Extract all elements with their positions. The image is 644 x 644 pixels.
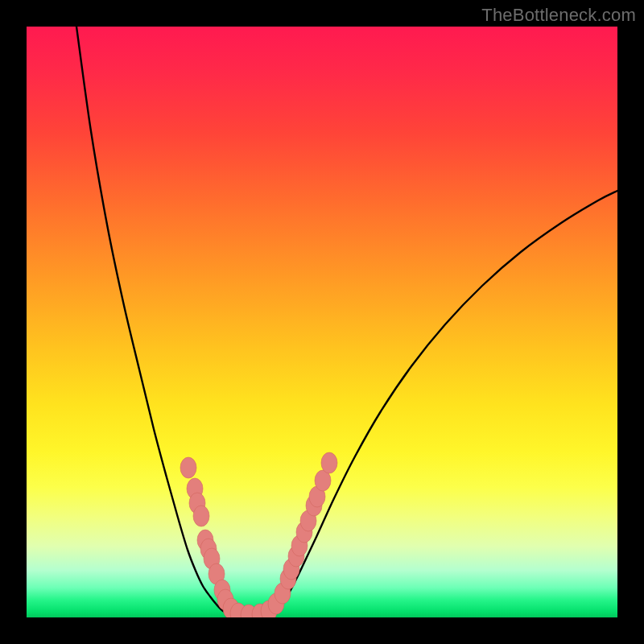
chart-frame: TheBottleneck.com bbox=[0, 0, 644, 644]
plot-background bbox=[27, 27, 617, 617]
watermark-label: TheBottleneck.com bbox=[481, 5, 636, 26]
